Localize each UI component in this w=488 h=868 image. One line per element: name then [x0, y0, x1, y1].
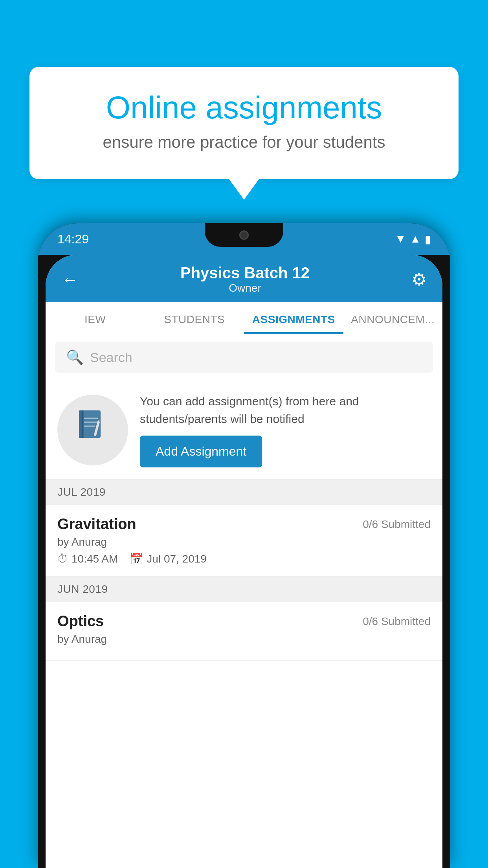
back-button[interactable]: ← — [61, 270, 79, 289]
header-title: Physics Batch 12 — [180, 264, 310, 282]
search-placeholder: Search — [90, 350, 132, 365]
promo-text: You can add assignment(s) from here and … — [140, 392, 431, 428]
settings-icon[interactable]: ⚙ — [411, 269, 427, 289]
assignment-name-gravitation: Gravitation — [57, 516, 136, 533]
assignment-submitted-gravitation: 0/6 Submitted — [363, 518, 431, 531]
tab-assignments[interactable]: ASSIGNMENTS — [244, 302, 343, 334]
header-subtitle: Owner — [180, 282, 310, 294]
header-center: Physics Batch 12 Owner — [180, 264, 310, 294]
promo-icon-circle — [57, 395, 128, 465]
tab-students[interactable]: STUDENTS — [145, 302, 244, 334]
tab-announcements[interactable]: ANNOUNCEM... — [343, 302, 443, 334]
calendar-icon: 📅 — [130, 552, 143, 565]
assignment-item-gravitation[interactable]: Gravitation 0/6 Submitted by Anurag ⏱ 10… — [46, 505, 442, 577]
add-assignment-button[interactable]: Add Assignment — [140, 436, 262, 467]
promo-card: You can add assignment(s) from here and … — [46, 381, 442, 480]
search-bar-container: 🔍 Search — [46, 334, 442, 381]
phone-screen: ← Physics Batch 12 Owner ⚙ IEW STUDENTS … — [46, 255, 442, 868]
signal-icon: ▲ — [410, 233, 421, 245]
speech-bubble-container: Online assignments ensure more practice … — [29, 67, 459, 179]
speech-bubble-title: Online assignments — [61, 90, 427, 125]
status-bar: 14:29 ▼ ▲ ▮ — [38, 223, 450, 255]
assignment-submitted-optics: 0/6 Submitted — [363, 615, 431, 628]
tab-iew[interactable]: IEW — [46, 302, 145, 334]
status-icons: ▼ ▲ ▮ — [395, 233, 431, 246]
search-icon: 🔍 — [66, 349, 84, 366]
notebook-icon — [75, 408, 110, 451]
speech-bubble-subtitle: ensure more practice for your students — [61, 133, 427, 152]
assignment-optics-row1: Optics 0/6 Submitted — [57, 613, 431, 630]
assignment-item-optics[interactable]: Optics 0/6 Submitted by Anurag — [46, 602, 442, 661]
camera-dot — [239, 230, 249, 240]
promo-content: You can add assignment(s) from here and … — [140, 392, 431, 467]
assignment-time-meta: ⏱ 10:45 AM — [57, 552, 118, 565]
assignment-author-optics: by Anurag — [57, 633, 431, 645]
svg-rect-2 — [82, 410, 83, 438]
wifi-icon: ▼ — [395, 233, 406, 245]
assignment-date-meta: 📅 Jul 07, 2019 — [130, 552, 207, 565]
speech-bubble: Online assignments ensure more practice … — [29, 67, 459, 179]
search-bar[interactable]: 🔍 Search — [55, 342, 433, 373]
phone-frame: 14:29 ▼ ▲ ▮ ← Physics Batch 12 Owner ⚙ I… — [38, 223, 450, 868]
assignment-meta-gravitation: ⏱ 10:45 AM 📅 Jul 07, 2019 — [57, 552, 431, 565]
assignment-date: Jul 07, 2019 — [147, 553, 207, 565]
svg-rect-1 — [79, 410, 84, 438]
assignment-author-gravitation: by Anurag — [57, 536, 431, 548]
section-header-jun: JUN 2019 — [46, 577, 442, 602]
assignment-name-optics: Optics — [57, 613, 104, 630]
battery-icon: ▮ — [425, 233, 431, 246]
tab-bar: IEW STUDENTS ASSIGNMENTS ANNOUNCEM... — [46, 302, 442, 334]
status-time: 14:29 — [57, 232, 89, 246]
assignment-row1: Gravitation 0/6 Submitted — [57, 516, 431, 533]
clock-icon: ⏱ — [57, 552, 68, 565]
phone-notch — [205, 223, 283, 247]
section-header-jul: JUL 2019 — [46, 480, 442, 505]
app-header: ← Physics Batch 12 Owner ⚙ — [46, 255, 442, 302]
assignment-time: 10:45 AM — [72, 553, 118, 565]
